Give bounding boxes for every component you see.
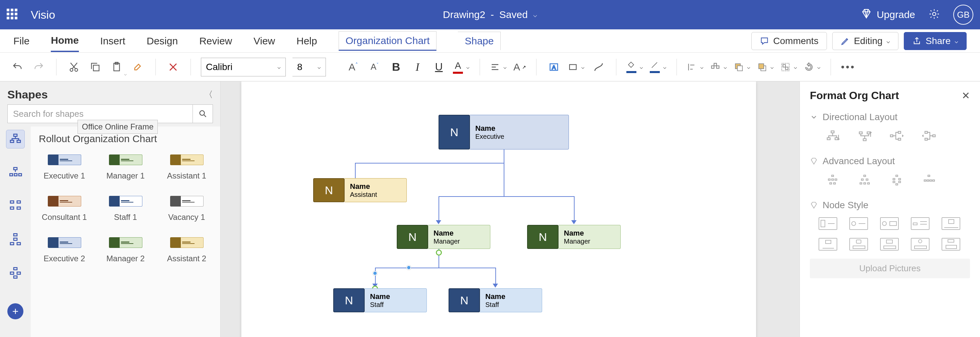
- user-avatar[interactable]: GB: [953, 5, 973, 25]
- node-style-10[interactable]: [942, 238, 960, 251]
- editing-mode-button[interactable]: Editing ⌵: [832, 32, 899, 50]
- node-style-9[interactable]: [911, 238, 929, 251]
- comments-button[interactable]: Comments: [751, 32, 827, 50]
- stencil-2[interactable]: [6, 163, 25, 182]
- node-style-4[interactable]: [911, 217, 929, 230]
- rotate-button[interactable]: ⌵: [804, 62, 821, 72]
- connection-handle[interactable]: [373, 271, 377, 275]
- paste-button[interactable]: ⌵: [109, 60, 124, 74]
- copy-button[interactable]: [88, 60, 103, 74]
- settings-button[interactable]: [929, 8, 940, 21]
- org-node-manager[interactable]: NNameManager: [527, 225, 621, 249]
- connector[interactable]: [495, 267, 496, 284]
- connector[interactable]: [355, 163, 504, 163]
- upgrade-button[interactable]: Upgrade: [861, 8, 915, 22]
- stencil-shape-manager-1[interactable]: Manager 1: [97, 155, 154, 180]
- connector[interactable]: [504, 163, 504, 196]
- node-style-1[interactable]: [819, 217, 837, 230]
- stencil-shape-assistant-1[interactable]: Assistant 1: [158, 155, 216, 180]
- adv-layout-4[interactable]: [920, 173, 938, 187]
- stencil-rollout-org[interactable]: [6, 130, 25, 149]
- layout-top-down[interactable]: [823, 129, 842, 142]
- connection-handle[interactable]: [436, 250, 442, 256]
- bold-button[interactable]: B: [389, 60, 403, 74]
- close-panel-button[interactable]: ✕: [962, 90, 970, 101]
- drawing-page[interactable]: NNameExecutiveNNameAssistantNNameManager…: [241, 81, 756, 337]
- section-directional-layout[interactable]: Directional Layout: [810, 112, 970, 122]
- layout-right-left[interactable]: [920, 129, 938, 142]
- undo-button[interactable]: [10, 60, 25, 74]
- connector[interactable]: [574, 196, 574, 221]
- tab-home[interactable]: Home: [51, 30, 78, 52]
- node-style-8[interactable]: [880, 238, 899, 251]
- shape-insert-button[interactable]: ⌵: [568, 62, 585, 72]
- connector[interactable]: [504, 149, 504, 163]
- adv-layout-1[interactable]: [823, 173, 842, 187]
- connector[interactable]: [439, 196, 439, 221]
- org-node-assistant[interactable]: NNameAssistant: [313, 178, 407, 202]
- section-node-style[interactable]: Node Style: [810, 200, 970, 210]
- node-style-7[interactable]: [849, 238, 868, 251]
- connector[interactable]: [439, 196, 574, 197]
- shape-fill-button[interactable]: ⌵: [626, 61, 643, 73]
- stencil-shape-assistant-2[interactable]: Assistant 2: [158, 237, 216, 263]
- tab-help[interactable]: Help: [296, 31, 317, 51]
- canvas[interactable]: NNameExecutiveNNameAssistantNNameManager…: [221, 81, 800, 337]
- node-style-3[interactable]: [880, 217, 899, 230]
- font-size-select[interactable]: 8⌵: [293, 58, 326, 76]
- org-node-staff[interactable]: NNameStaff: [449, 288, 542, 312]
- shrink-font-button[interactable]: A˅: [368, 60, 382, 74]
- stencil-5[interactable]: [6, 263, 25, 282]
- shape-outline-button[interactable]: ⌵: [650, 61, 667, 73]
- group-button[interactable]: ⌵: [780, 62, 797, 72]
- font-name-select[interactable]: Calibri⌵: [201, 58, 286, 76]
- align-button[interactable]: ⌵: [490, 62, 507, 72]
- bring-front-button[interactable]: ⌵: [733, 62, 750, 72]
- stencil-shape-executive-1[interactable]: Executive 1: [35, 155, 93, 180]
- underline-button[interactable]: U: [431, 60, 446, 74]
- redo-button[interactable]: [32, 60, 46, 74]
- node-style-2[interactable]: [849, 217, 868, 230]
- app-launcher-icon[interactable]: [7, 9, 19, 21]
- add-stencil-button[interactable]: +: [7, 303, 24, 319]
- share-button[interactable]: Share ⌵: [904, 32, 967, 50]
- adv-layout-3[interactable]: [888, 173, 906, 187]
- italic-button[interactable]: I: [410, 60, 425, 74]
- tab-view[interactable]: View: [254, 31, 275, 51]
- org-node-staff[interactable]: NNameStaff: [333, 288, 427, 312]
- stencil-shape-staff-1[interactable]: Staff 1: [97, 196, 154, 222]
- section-advanced-layout[interactable]: Advanced Layout: [810, 156, 970, 166]
- stencil-shape-manager-2[interactable]: Manager 2: [97, 237, 154, 263]
- stencil-shape-vacancy-1[interactable]: Vacancy 1: [158, 196, 216, 222]
- text-direction-button[interactable]: A↗: [514, 62, 526, 73]
- connector[interactable]: [355, 163, 356, 178]
- document-title[interactable]: Drawing2 - Saved ⌵: [443, 9, 537, 21]
- stencil-3[interactable]: [6, 196, 25, 215]
- node-style-6[interactable]: [819, 238, 837, 251]
- org-node-manager[interactable]: NNameManager: [397, 225, 490, 249]
- shapes-search-button[interactable]: [193, 104, 213, 123]
- tab-design[interactable]: Design: [147, 31, 178, 51]
- text-box-button[interactable]: A: [546, 60, 561, 74]
- node-style-5[interactable]: [942, 217, 960, 230]
- tab-file[interactable]: File: [13, 31, 29, 51]
- more-commands-button[interactable]: •••: [841, 62, 856, 73]
- tab-insert[interactable]: Insert: [100, 31, 125, 51]
- stencil-4[interactable]: [6, 230, 25, 248]
- delete-button[interactable]: [166, 60, 180, 74]
- connector-button[interactable]: [591, 60, 606, 74]
- stencil-shape-executive-2[interactable]: Executive 2: [35, 237, 93, 263]
- collapse-shapes-icon[interactable]: 〈: [204, 89, 213, 100]
- font-color-button[interactable]: A⌵: [453, 60, 469, 74]
- upload-pictures-button[interactable]: Upload Pictures: [810, 259, 970, 278]
- grow-font-button[interactable]: A˄: [346, 60, 361, 74]
- chevron-down-icon[interactable]: ⌵: [533, 11, 537, 19]
- org-node-executive[interactable]: NNameExecutive: [439, 115, 569, 149]
- layout-bottom-up[interactable]: [855, 129, 874, 142]
- layout-left-right[interactable]: [888, 129, 906, 142]
- tab-organization-chart[interactable]: Organization Chart: [339, 32, 437, 51]
- connector[interactable]: [375, 267, 495, 268]
- tab-review[interactable]: Review: [199, 31, 232, 51]
- cut-button[interactable]: [67, 60, 81, 74]
- send-back-button[interactable]: ⌵: [757, 62, 774, 72]
